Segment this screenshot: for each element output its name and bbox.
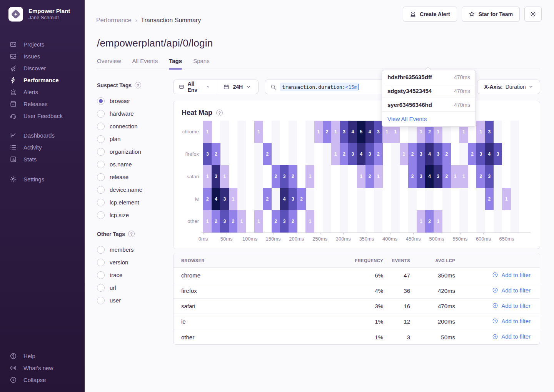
heatmap-cell[interactable]: 2	[289, 210, 297, 233]
heatmap-cell[interactable]: 1	[451, 165, 460, 188]
sidebar-item-projects[interactable]: Projects	[0, 38, 85, 50]
heatmap-cell[interactable]: 1	[400, 143, 409, 165]
heatmap-cell[interactable]: 3	[485, 165, 494, 188]
heatmap-cell[interactable]: 1	[417, 210, 426, 233]
heatmap-cell[interactable]: 1	[476, 121, 485, 143]
tag-radio-release[interactable]: release	[97, 171, 166, 183]
heatmap-cell[interactable]: 2	[365, 165, 374, 188]
star-for-team-button[interactable]: Star for Team	[462, 7, 520, 22]
tag-radio-device-name[interactable]: device.name	[97, 183, 166, 196]
radio-icon[interactable]	[97, 148, 105, 156]
tag-radio-members[interactable]: members	[97, 243, 166, 256]
heatmap-cell[interactable]: 2	[289, 165, 297, 188]
question-icon[interactable]: ?	[135, 82, 141, 88]
add-to-filter-link[interactable]: Add to filter	[492, 318, 531, 324]
heatmap-cell[interactable]: 2	[203, 188, 212, 210]
heatmap-cell[interactable]: 1	[305, 165, 314, 188]
radio-icon[interactable]	[97, 211, 105, 219]
breadcrumb-root[interactable]: Performance	[96, 17, 132, 24]
question-icon[interactable]: ?	[128, 231, 135, 237]
heatmap-cell[interactable]: 3	[476, 143, 485, 165]
radio-icon[interactable]	[97, 123, 105, 130]
heatmap-cell[interactable]: 4	[348, 121, 357, 143]
radio-icon[interactable]	[97, 259, 105, 266]
heatmap-cell[interactable]: 2	[212, 143, 220, 165]
radio-icon[interactable]	[97, 97, 105, 105]
heatmap-cell[interactable]: 2	[340, 143, 349, 165]
sidebar-item-user-feedback[interactable]: User Feedback	[0, 110, 85, 122]
sidebar-item-discover[interactable]: Discover	[0, 62, 85, 74]
radio-icon[interactable]	[97, 271, 105, 279]
heatmap-cell[interactable]: 3	[485, 121, 494, 143]
tab-overview[interactable]: Overview	[97, 58, 121, 69]
time-range-selector[interactable]: 24H	[216, 80, 259, 94]
radio-icon[interactable]	[97, 284, 105, 292]
tab-all-events[interactable]: All Events	[132, 58, 158, 69]
heatmap-cell[interactable]: 2	[408, 143, 417, 165]
heatmap-cell[interactable]: 2	[442, 165, 451, 188]
heatmap-cell[interactable]: 3	[220, 188, 229, 210]
heatmap-cell[interactable]: 2	[263, 143, 272, 165]
radio-icon[interactable]	[97, 161, 105, 168]
heatmap-cell[interactable]: 4	[425, 165, 434, 188]
radio-icon[interactable]	[97, 173, 105, 181]
environment-selector[interactable]: All Env	[174, 80, 216, 94]
heatmap-cell[interactable]: 5	[357, 121, 366, 143]
heatmap-cell[interactable]: 2	[485, 188, 494, 210]
heatmap-cell[interactable]: 2	[476, 165, 485, 188]
heatmap-cell[interactable]: 1	[374, 165, 383, 188]
tag-radio-trace[interactable]: trace	[97, 269, 166, 281]
heatmap-cell[interactable]: 2	[374, 143, 383, 165]
heatmap-cell[interactable]: 1	[434, 210, 442, 233]
tag-radio-plan[interactable]: plan	[97, 133, 166, 145]
heatmap-cell[interactable]: 1	[203, 210, 212, 233]
heatmap-cell[interactable]: 3	[494, 143, 502, 165]
heatmap-cell[interactable]: 4	[212, 188, 220, 210]
x-axis-selector[interactable]: X-Axis: Duration	[477, 80, 540, 94]
heatmap-cell[interactable]: 4	[425, 143, 434, 165]
sidebar-item-performance[interactable]: Performance	[0, 74, 85, 86]
heatmap-cell[interactable]: 3	[348, 143, 357, 165]
tag-radio-browser[interactable]: browser	[97, 95, 166, 107]
heatmap-cell[interactable]: 1	[254, 121, 263, 143]
heatmap-cell[interactable]: 1	[459, 165, 468, 188]
tab-spans[interactable]: Spans	[193, 58, 210, 69]
view-all-events-link[interactable]: View All Events	[382, 112, 476, 126]
radio-icon[interactable]	[97, 199, 105, 206]
heatmap-cell[interactable]: 3	[220, 210, 229, 233]
sidebar-item-alerts[interactable]: Alerts	[0, 86, 85, 98]
heatmap-cell[interactable]: 2	[272, 165, 280, 188]
tag-radio-version[interactable]: version	[97, 256, 166, 269]
heatmap-cell[interactable]: 1	[331, 121, 340, 143]
org-header[interactable]: Empower Plant Jane Schmidt	[0, 0, 85, 22]
sidebar-item-help[interactable]: Help	[0, 350, 85, 362]
tag-radio-organization[interactable]: organization	[97, 145, 166, 158]
heatmap-cell[interactable]: 1	[357, 165, 366, 188]
heatmap-cell[interactable]: 2	[272, 210, 280, 233]
heatmap-cell[interactable]: 3	[417, 143, 426, 165]
heatmap-cell[interactable]: 1	[331, 143, 340, 165]
heatmap-cell[interactable]: 1	[502, 188, 511, 210]
add-to-filter-link[interactable]: Add to filter	[492, 302, 531, 309]
tag-radio-lcp-size[interactable]: lcp.size	[97, 209, 166, 221]
radio-icon[interactable]	[97, 110, 105, 118]
heatmap-cell[interactable]: 3	[434, 165, 442, 188]
heatmap-cell[interactable]: 3	[280, 210, 289, 233]
heatmap-cell[interactable]: 3	[203, 143, 212, 165]
tag-radio-user[interactable]: user	[97, 294, 166, 307]
add-to-filter-link[interactable]: Add to filter	[492, 272, 531, 278]
heatmap-cell[interactable]: 3	[289, 188, 297, 210]
tag-radio-hardware[interactable]: hardware	[97, 107, 166, 120]
tag-radio-connection[interactable]: connection	[97, 120, 166, 133]
heatmap-cell[interactable]: 2	[442, 143, 451, 165]
heatmap-cell[interactable]: 3	[340, 121, 349, 143]
heatmap-cell[interactable]: 2	[408, 165, 417, 188]
sidebar-item-dashboards[interactable]: Dashboards	[0, 130, 85, 141]
heatmap-cell[interactable]: 3	[417, 165, 426, 188]
sidebar-item-stats[interactable]: Stats	[0, 153, 85, 165]
heatmap-cell[interactable]: 1	[229, 188, 238, 210]
sidebar-item-settings[interactable]: Settings	[0, 173, 85, 185]
settings-gear-button[interactable]	[524, 7, 542, 22]
heatmap-cell[interactable]: 4	[280, 188, 289, 210]
sidebar-item-collapse[interactable]: Collapse	[0, 374, 85, 386]
